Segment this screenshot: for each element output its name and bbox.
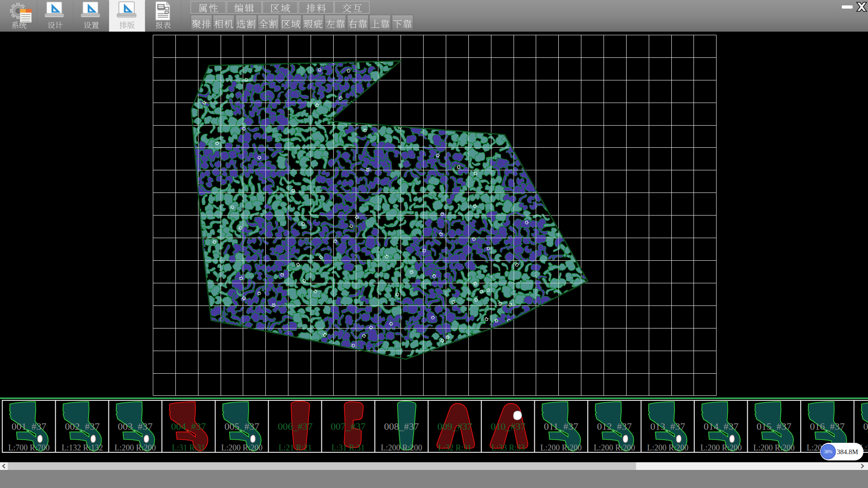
svg-text:012_#37: 012_#37: [597, 421, 632, 432]
svg-text:L:700 R:700: L:700 R:700: [8, 443, 50, 452]
svg-text:010_#37: 010_#37: [491, 421, 526, 432]
svg-text:014_#37: 014_#37: [704, 421, 739, 432]
svg-text:L:132 R:132: L:132 R:132: [61, 443, 103, 452]
svg-text:L:200 R:200: L:200 R:200: [221, 443, 263, 452]
svg-text:L:200 R:200: L:200 R:200: [753, 443, 795, 452]
svg-text:009_#37: 009_#37: [438, 421, 472, 432]
svg-text:L:31 R:31: L:31 R:31: [331, 443, 365, 452]
svg-text:L:33 R:33: L:33 R:33: [491, 443, 525, 452]
svg-text:007_#37: 007_#37: [331, 421, 366, 432]
svg-text:L:200 R:200: L:200 R:200: [594, 443, 635, 452]
svg-text:L:32 R:31: L:32 R:31: [438, 443, 472, 452]
svg-text:L:200 R:200: L:200 R:200: [647, 443, 689, 452]
svg-text:008_#37: 008_#37: [384, 421, 419, 432]
svg-text:001_#37: 001_#37: [12, 421, 47, 432]
svg-text:L:200 R:200: L:200 R:200: [381, 443, 422, 452]
svg-text:017_#37: 017_#37: [863, 421, 868, 432]
svg-text:L:31 R:31: L:31 R:31: [172, 443, 205, 452]
svg-text:003_#37: 003_#37: [118, 421, 153, 432]
svg-text:004_#37: 004_#37: [171, 421, 206, 432]
svg-text:384.8M: 384.8M: [837, 448, 858, 455]
svg-text:005_#37: 005_#37: [225, 421, 259, 432]
svg-text:013_#37: 013_#37: [651, 421, 685, 432]
svg-text:011_#37: 011_#37: [544, 421, 578, 432]
svg-text:L:200 R:200: L:200 R:200: [114, 443, 156, 452]
svg-text:L:200 R:200: L:200 R:200: [540, 443, 582, 452]
svg-text:016_#37: 016_#37: [810, 421, 845, 432]
svg-text:38%: 38%: [824, 449, 832, 454]
svg-text:006_#37: 006_#37: [278, 421, 313, 432]
svg-text:L:200 R:200: L:200 R:200: [700, 443, 742, 452]
svg-text:015_#37: 015_#37: [757, 421, 792, 432]
svg-text:002_#37: 002_#37: [65, 421, 100, 432]
svg-text:L:21 R:21: L:21 R:21: [278, 443, 312, 452]
